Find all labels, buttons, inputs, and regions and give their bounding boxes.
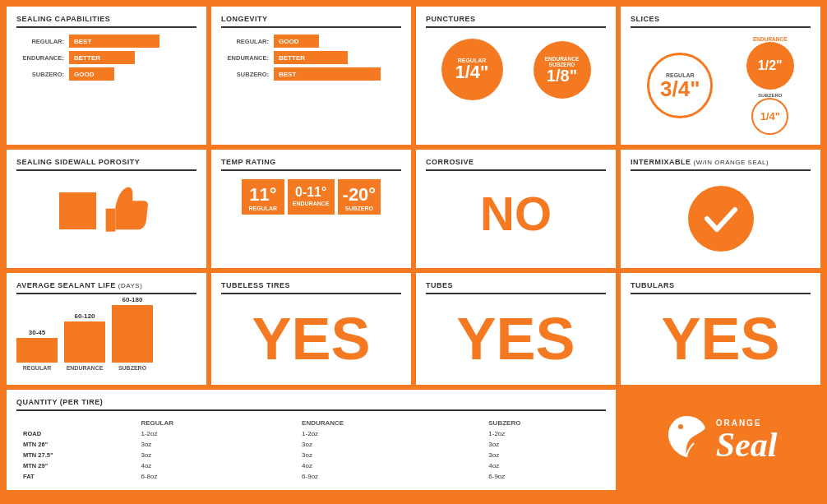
quantity-card: QUANTITY (PER TIRE) REGULAR ENDURANCE SU…	[7, 390, 616, 490]
temp-title: TEMP RATING	[221, 158, 401, 171]
temp-container: 11° REGULAR 0-11° ENDURANCE -20° SUBZERO	[221, 179, 401, 215]
qty-mtn275-endurance: 3oz	[295, 450, 446, 460]
qty-mtn29-label: MTN 29"	[16, 460, 134, 471]
thumbs-up-icon	[96, 182, 154, 239]
logo-card: ORANGE Seal	[621, 390, 820, 490]
sealing-endurance-row: ENDURANCE: BETTER	[16, 51, 196, 64]
longevity-regular-bar: GOOD	[274, 35, 319, 48]
sealant-regular-bar	[16, 338, 58, 363]
quantity-title: QUANTITY (PER TIRE)	[16, 398, 606, 411]
longevity-endurance-bar: BETTER	[274, 51, 348, 64]
sealant-life-card: AVERAGE SEALANT LIFE (DAYS) 30-45 REGULA…	[7, 273, 206, 385]
qty-road-label: ROAD	[16, 428, 134, 439]
sealing-title: SEALING CAPABILITIES	[16, 15, 196, 28]
punctures-regular-value: 1/4"	[455, 63, 488, 81]
quantity-table: REGULAR ENDURANCE SUBZERO ROAD 1-2oz 1-2…	[16, 418, 606, 482]
bars-chart: 30-45 REGULAR 60-120 ENDURANCE 60-180 SU…	[16, 301, 196, 371]
logo-text-group: ORANGE Seal	[716, 418, 778, 462]
sealant-regular-item: 30-45 REGULAR	[16, 329, 58, 371]
longevity-subzero-bar: BEST	[274, 67, 381, 81]
sealing-subzero-value: GOOD	[74, 71, 94, 78]
sealant-endurance-item: 60-120 ENDURANCE	[64, 312, 105, 371]
qty-spacer1	[259, 450, 295, 460]
slices-endurance-value: 1/2"	[758, 59, 783, 72]
sealant-endurance-bar	[64, 321, 105, 363]
sealant-subzero-value: 60-180	[122, 296, 143, 303]
tubulars-title: TUBULARS	[631, 281, 811, 294]
longevity-endurance-label: ENDURANCE:	[221, 54, 269, 62]
qty-mtn26-regular: 3oz	[134, 439, 259, 450]
longevity-title: LONGEVITY	[221, 15, 401, 28]
qty-road-endurance: 1-2oz	[295, 428, 446, 439]
logo-leaf-icon	[664, 412, 709, 469]
sidewall-title: SEALING SIDEWALL POROSITY	[16, 158, 196, 171]
qty-header-spacer2	[446, 418, 483, 428]
tubeless-value: YES	[221, 301, 401, 377]
qty-fat-label: FAT	[16, 471, 134, 482]
sealant-subzero-label: SUBZERO	[118, 365, 146, 371]
qty-spacer1	[259, 428, 295, 439]
longevity-subzero-value: BEST	[279, 71, 296, 78]
longevity-regular-row: REGULAR: GOOD	[221, 35, 401, 48]
punctures-endurance-circle: ENDURANCESUBZERO 1/8"	[534, 41, 591, 99]
punctures-endurance-label: ENDURANCESUBZERO	[545, 56, 580, 67]
qty-spacer2	[446, 450, 483, 460]
slices-regular-circle: REGULAR 3/4"	[647, 53, 713, 118]
slices-title: SLICES	[631, 15, 811, 28]
tubulars-card: TUBULARS YES	[621, 273, 820, 385]
qty-spacer2	[446, 428, 483, 439]
punctures-endurance-value: 1/8"	[547, 67, 577, 84]
tubes-title: TUBES	[426, 281, 606, 294]
logo-seal-text: Seal	[716, 428, 778, 462]
slices-endurance-label: ENDURANCE	[753, 36, 788, 42]
qty-mtn275-subzero: 3oz	[482, 450, 606, 460]
longevity-subzero-row: SUBZERO: BEST	[221, 67, 401, 81]
qty-spacer1	[259, 471, 295, 482]
sealant-endurance-label: ENDURANCE	[67, 365, 104, 371]
punctures-title: PUNCTURES	[426, 15, 606, 28]
checkmark-container	[631, 178, 811, 260]
intermixable-card: INTERMIXABLE (W/IN ORANGE SEAL)	[621, 150, 820, 268]
corrosive-title: CORROSIVE	[426, 158, 606, 171]
logo-container: ORANGE Seal	[664, 412, 778, 469]
sealing-regular-bar: BEST	[69, 35, 159, 48]
tubeless-card: TUBELESS TIRES YES	[211, 273, 411, 385]
thumb-square	[59, 192, 96, 229]
qty-fat-endurance: 6-9oz	[295, 471, 446, 482]
tubulars-value: YES	[631, 301, 811, 377]
qty-header-regular: REGULAR	[134, 418, 259, 428]
leaf-bird-svg	[664, 412, 709, 465]
longevity-subzero-label: SUBZERO:	[221, 71, 269, 78]
sealant-regular-label: REGULAR	[23, 365, 52, 371]
corrosive-card: CORROSIVE NO	[416, 150, 616, 268]
temp-endurance-label: ENDURANCE	[293, 201, 330, 206]
sealing-endurance-bar: BETTER	[69, 51, 135, 64]
longevity-endurance-value: BETTER	[279, 54, 305, 62]
qty-road-regular: 1-2oz	[134, 428, 259, 439]
slices-subzero-circle: 1/4"	[751, 98, 788, 135]
qty-spacer2	[446, 439, 483, 450]
punctures-container: REGULAR 1/4" ENDURANCESUBZERO 1/8"	[426, 35, 606, 104]
qty-header-subzero: SUBZERO	[482, 418, 606, 428]
sealant-title: AVERAGE SEALANT LIFE (DAYS)	[16, 281, 196, 294]
punctures-card: PUNCTURES REGULAR 1/4" ENDURANCESUBZERO …	[416, 7, 616, 145]
sealant-regular-value: 30-45	[29, 329, 45, 336]
qty-mtn275-regular: 3oz	[134, 450, 259, 460]
qty-row-mtn29: MTN 29" 4oz 4oz 4oz	[16, 460, 606, 471]
temp-subzero-label: SUBZERO	[343, 206, 377, 211]
qty-mtn29-endurance: 4oz	[295, 460, 446, 471]
sealing-subzero-bar: GOOD	[69, 67, 114, 81]
qty-spacer1	[259, 460, 295, 471]
longevity-regular-value: GOOD	[279, 38, 298, 45]
qty-mtn26-endurance: 3oz	[295, 439, 446, 450]
punctures-regular-circle: REGULAR 1/4"	[441, 39, 503, 100]
slices-subzero-group: SUBZERO 1/4"	[751, 93, 788, 135]
qty-spacer2	[446, 460, 483, 471]
slices-endurance-circle: 1/2"	[746, 42, 794, 90]
sidewall-card: SEALING SIDEWALL POROSITY	[7, 150, 206, 268]
qty-row-mtn275: MTN 27.5" 3oz 3oz 3oz	[16, 450, 606, 460]
checkmark-circle	[688, 186, 754, 252]
qty-header-item	[16, 418, 134, 428]
longevity-card: LONGEVITY REGULAR: GOOD ENDURANCE: BETTE…	[211, 7, 411, 145]
tubeless-title: TUBELESS TIRES	[221, 281, 401, 294]
